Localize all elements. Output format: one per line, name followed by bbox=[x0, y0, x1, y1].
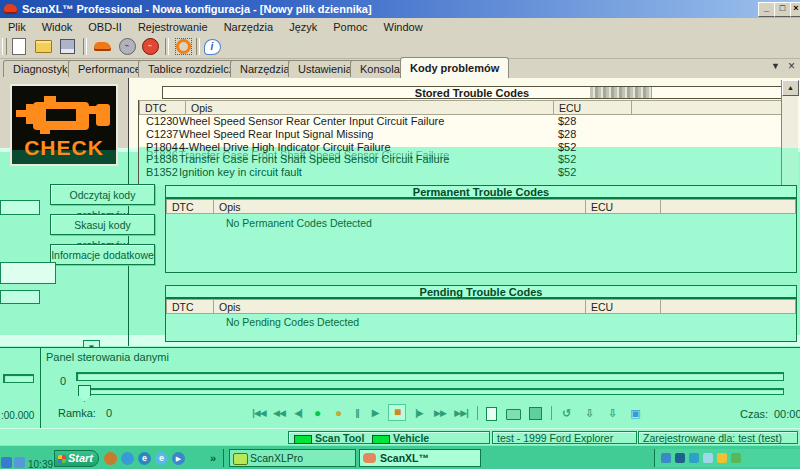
quicklaunch-media-player-icon[interactable]: ▶ bbox=[172, 452, 185, 465]
restore-button[interactable]: □ bbox=[774, 2, 791, 17]
open-file-icon[interactable] bbox=[33, 37, 53, 56]
column-dtc[interactable]: DTC bbox=[167, 200, 214, 214]
menu-window[interactable]: Window bbox=[376, 20, 431, 34]
start-button[interactable]: Start bbox=[54, 450, 99, 467]
plugin-manager-icon[interactable] bbox=[173, 37, 193, 56]
column-opis[interactable]: Opis bbox=[186, 101, 554, 115]
frame-slider-handle[interactable] bbox=[78, 385, 91, 402]
save-log-icon[interactable] bbox=[529, 407, 542, 420]
stored-codes-scrollbar[interactable]: ▲ bbox=[781, 80, 798, 186]
save-file-icon[interactable] bbox=[57, 37, 77, 56]
new-log-icon[interactable] bbox=[486, 407, 497, 421]
column-dtc[interactable]: DTC bbox=[140, 101, 186, 115]
render-glitch bbox=[590, 87, 652, 98]
network-icon[interactable] bbox=[661, 453, 671, 463]
record-icon[interactable]: ● bbox=[310, 405, 324, 421]
toolbar-separator bbox=[83, 38, 87, 55]
download-icon[interactable]: ⇩ bbox=[605, 405, 619, 421]
time-value: 00:00 bbox=[774, 408, 800, 420]
additional-info-button[interactable]: Informacje dodatkowe bbox=[50, 244, 155, 265]
check-label: CHECK bbox=[12, 136, 116, 160]
task-button-scanxlpro[interactable]: ScanXLPro bbox=[229, 449, 356, 467]
battery-icon[interactable] bbox=[675, 453, 685, 463]
dtc-ecu: $28 bbox=[558, 115, 576, 128]
task-button-scanxl[interactable]: ScanXL™ Professional... bbox=[359, 449, 481, 467]
column-ecu[interactable]: ECU bbox=[586, 200, 661, 214]
skip-start-icon[interactable]: |◀◀ bbox=[250, 405, 268, 421]
progress-track[interactable] bbox=[76, 372, 784, 381]
column-opis[interactable]: Opis bbox=[214, 200, 586, 214]
quicklaunch-ball-icon[interactable] bbox=[104, 452, 117, 465]
speaker-icon[interactable] bbox=[717, 453, 727, 463]
registration-segment: Zarejestrowane dla: test (test) bbox=[638, 431, 798, 444]
column-extra[interactable] bbox=[661, 200, 796, 214]
menu-jezyk[interactable]: Język bbox=[281, 20, 325, 34]
dtc-row[interactable]: C1230 Wheel Speed Sensor Rear Center Inp… bbox=[139, 115, 782, 128]
menu-rejestrowanie[interactable]: Rejestrowanie bbox=[130, 20, 216, 34]
dtc-row[interactable]: P1836 Transfer Case Front Shaft Speed Se… bbox=[139, 153, 782, 166]
quicklaunch-messenger-icon[interactable] bbox=[121, 452, 134, 465]
step-forward-icon[interactable]: |▶ bbox=[412, 405, 426, 421]
play-icon[interactable]: ▶ bbox=[369, 405, 381, 421]
vehicle-label: Vehicle bbox=[393, 432, 429, 444]
dtc-row[interactable]: C1237 Wheel Speed Rear Input Signal Miss… bbox=[139, 128, 782, 141]
about-info-icon[interactable]: i bbox=[202, 37, 222, 56]
transport-separator bbox=[551, 406, 552, 420]
glitch-artifact bbox=[0, 200, 40, 215]
menu-obd2[interactable]: OBD-II bbox=[80, 20, 130, 34]
toolbar-separator bbox=[165, 38, 169, 55]
engine-icon bbox=[16, 94, 112, 136]
ghost-tray-icon bbox=[14, 457, 25, 468]
update-icon[interactable] bbox=[731, 453, 741, 463]
windows-logo-icon bbox=[58, 455, 66, 463]
fast-forward-icon[interactable]: ▶▶ bbox=[432, 405, 448, 421]
column-ecu[interactable]: ECU bbox=[586, 300, 661, 314]
column-dtc[interactable]: DTC bbox=[167, 300, 214, 314]
column-opis[interactable]: Opis bbox=[214, 300, 586, 314]
volume-muted-icon[interactable] bbox=[689, 453, 699, 463]
scroll-up-icon[interactable]: ▲ bbox=[782, 80, 799, 96]
check-engine-lamp: CHECK bbox=[10, 84, 118, 166]
vehicle-manager-icon[interactable] bbox=[92, 37, 112, 56]
column-extra[interactable] bbox=[661, 300, 796, 314]
minimize-button[interactable]: _ bbox=[758, 2, 775, 17]
ghost-time-value: :00.000 bbox=[1, 410, 34, 421]
connect-icon[interactable]: ⌁ bbox=[117, 37, 137, 56]
disconnect-icon[interactable]: ⌁ bbox=[140, 37, 160, 56]
glitch-artifact bbox=[0, 290, 40, 304]
quicklaunch-ie-icon[interactable]: e bbox=[138, 452, 151, 465]
undo-icon[interactable]: ↺ bbox=[559, 405, 573, 421]
clear-codes-button[interactable]: Skasuj kody problemów bbox=[50, 214, 155, 235]
menu-widok[interactable]: Widok bbox=[34, 20, 81, 34]
menu-plik[interactable]: Plik bbox=[0, 20, 34, 34]
close-button[interactable]: × bbox=[790, 2, 800, 17]
read-codes-button[interactable]: Odczytaj kody problemów bbox=[50, 184, 155, 205]
display-settings-icon[interactable] bbox=[703, 453, 713, 463]
stored-codes-title: Stored Trouble Codes bbox=[162, 86, 782, 99]
tab-dropdown-icon[interactable]: ▼ bbox=[771, 61, 780, 71]
open-log-icon[interactable] bbox=[506, 409, 521, 420]
menu-pomoc[interactable]: Pomoc bbox=[325, 20, 375, 34]
stop-icon[interactable]: ■ bbox=[388, 404, 406, 421]
snapshot-icon[interactable]: ▣ bbox=[628, 405, 642, 421]
column-extra[interactable] bbox=[632, 101, 782, 115]
frame-slider-track[interactable] bbox=[84, 388, 784, 395]
quicklaunch-overflow-icon[interactable]: » bbox=[210, 452, 216, 464]
scanxl-window: ScanXL™ Professional - Nowa konfiguracja… bbox=[0, 0, 800, 469]
tab-close-icon[interactable]: × bbox=[788, 59, 795, 73]
rewind-icon[interactable]: ◀◀ bbox=[271, 405, 287, 421]
pending-codes-table: DTC Opis ECU No Pending Codes Detected bbox=[165, 298, 797, 342]
step-back-icon[interactable]: ◀| bbox=[291, 405, 305, 421]
marker-icon[interactable]: ● bbox=[331, 405, 345, 421]
permanent-empty-message: No Permanent Codes Detected bbox=[226, 217, 372, 229]
import-down-icon[interactable]: ⇩ bbox=[582, 405, 596, 421]
tab-kody-problemow[interactable]: Kody problemów bbox=[400, 57, 509, 78]
pause-icon[interactable]: || bbox=[351, 405, 363, 421]
new-file-icon[interactable] bbox=[9, 37, 29, 56]
menu-narzedzia[interactable]: Narzędzia bbox=[216, 20, 282, 34]
skip-end-icon[interactable]: ▶▶| bbox=[452, 405, 470, 421]
quicklaunch-ie2-icon[interactable]: e bbox=[155, 452, 168, 465]
dtc-row[interactable]: B1352 Ignition key in circuit fault $52 bbox=[139, 166, 782, 179]
app-icon bbox=[4, 4, 17, 14]
column-ecu[interactable]: ECU bbox=[554, 101, 632, 115]
